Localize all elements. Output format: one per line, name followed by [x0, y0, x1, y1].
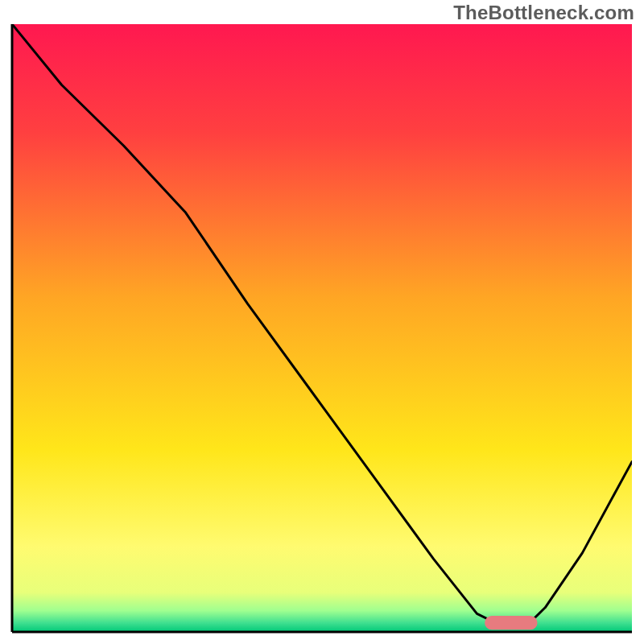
- bottleneck-chart: [0, 0, 644, 644]
- chart-background-gradient: [12, 24, 632, 632]
- optimal-range-marker: [485, 616, 537, 630]
- chart-frame: TheBottleneck.com: [0, 0, 644, 644]
